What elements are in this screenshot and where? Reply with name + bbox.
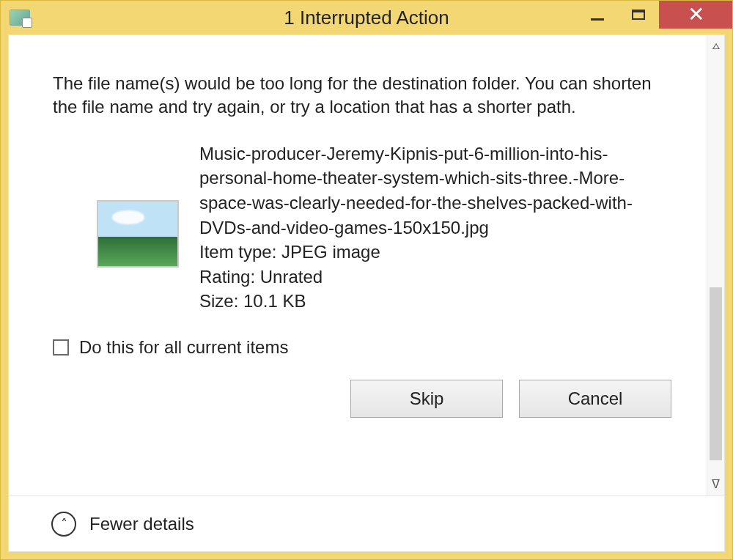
vertical-scrollbar[interactable]: ㅿ ᐁ bbox=[707, 35, 724, 495]
file-rating: Rating: Unrated bbox=[199, 265, 677, 290]
skip-button[interactable]: Skip bbox=[350, 380, 503, 418]
scroll-track[interactable] bbox=[707, 55, 724, 477]
scroll-down-icon[interactable]: ᐁ bbox=[712, 477, 720, 491]
content: The file name(s) would be too long for t… bbox=[9, 35, 707, 495]
skip-button-label: Skip bbox=[410, 387, 444, 410]
close-icon: ✕ bbox=[688, 4, 704, 25]
scroll-up-icon[interactable]: ㅿ bbox=[710, 40, 722, 55]
client-area: The file name(s) would be too long for t… bbox=[8, 34, 725, 552]
close-button[interactable]: ✕ bbox=[659, 1, 732, 29]
file-row: Music-producer-Jeremy-Kipnis-put-6-milli… bbox=[53, 141, 677, 314]
file-size: Size: 10.1 KB bbox=[199, 289, 677, 314]
content-scroll: The file name(s) would be too long for t… bbox=[9, 35, 724, 495]
button-row: Skip Cancel bbox=[53, 380, 677, 418]
file-thumbnail bbox=[97, 200, 179, 268]
cancel-button-label: Cancel bbox=[568, 387, 623, 410]
error-message: The file name(s) would be too long for t… bbox=[53, 72, 677, 119]
details-toggle-button[interactable]: ˄ bbox=[51, 512, 76, 537]
scroll-thumb[interactable] bbox=[710, 287, 722, 460]
file-info: Music-producer-Jeremy-Kipnis-put-6-milli… bbox=[199, 141, 677, 314]
minimize-icon bbox=[591, 18, 604, 21]
app-icon bbox=[10, 10, 30, 26]
footer: ˄ Fewer details bbox=[9, 495, 724, 551]
title-bar[interactable]: 1 Interrupted Action ✕ bbox=[1, 1, 732, 34]
apply-all-checkbox[interactable] bbox=[53, 339, 69, 355]
chevron-up-icon: ˄ bbox=[61, 516, 67, 532]
window-controls: ✕ bbox=[577, 1, 732, 34]
dialog-window: 1 Interrupted Action ✕ The file name(s) … bbox=[0, 0, 733, 560]
apply-all-row[interactable]: Do this for all current items bbox=[53, 336, 677, 359]
details-toggle-label[interactable]: Fewer details bbox=[89, 514, 194, 534]
cancel-button[interactable]: Cancel bbox=[519, 380, 671, 418]
file-name: Music-producer-Jeremy-Kipnis-put-6-milli… bbox=[199, 141, 677, 240]
file-type: Item type: JPEG image bbox=[199, 240, 677, 265]
apply-all-label: Do this for all current items bbox=[79, 336, 288, 359]
maximize-button[interactable] bbox=[618, 1, 659, 29]
maximize-icon bbox=[632, 10, 645, 20]
minimize-button[interactable] bbox=[577, 1, 618, 29]
